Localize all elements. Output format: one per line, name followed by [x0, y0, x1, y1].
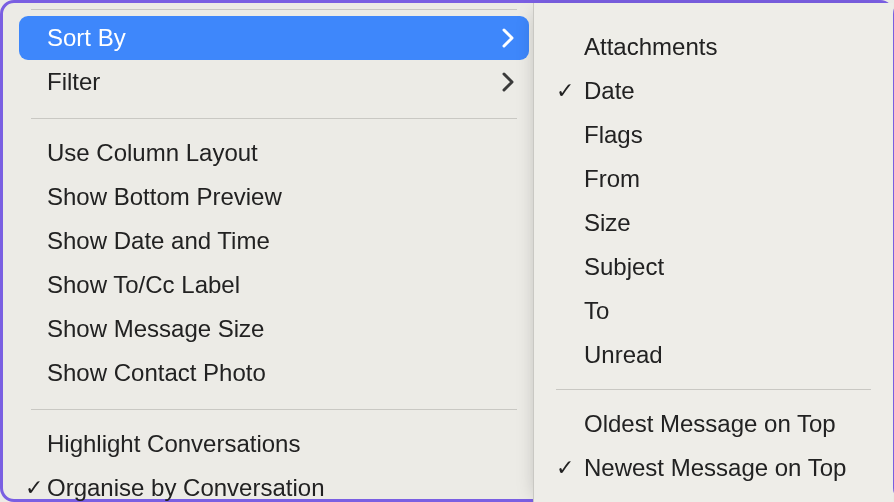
- menu-item-show-contact-photo[interactable]: Show Contact Photo: [19, 351, 529, 395]
- submenu-item-oldest-on-top[interactable]: Oldest Message on Top: [534, 402, 893, 446]
- menu-item-organise-by-conversation[interactable]: ✓ Organise by Conversation: [19, 466, 529, 502]
- menu-separator: [31, 118, 517, 119]
- menu-label: Sort By: [47, 24, 501, 52]
- menu-label: Show To/Cc Label: [47, 271, 515, 299]
- submenu-label: Date: [584, 77, 635, 105]
- menu-label: Show Date and Time: [47, 227, 515, 255]
- menu-label: Show Message Size: [47, 315, 515, 343]
- menu-item-show-message-size[interactable]: Show Message Size: [19, 307, 529, 351]
- menu-label: Use Column Layout: [47, 139, 515, 167]
- menu-separator: [31, 9, 517, 10]
- menu-label: Organise by Conversation: [47, 474, 515, 502]
- submenu-label: Oldest Message on Top: [584, 410, 836, 438]
- menu-label: Show Contact Photo: [47, 359, 515, 387]
- check-icon: ✓: [552, 457, 578, 479]
- menu-separator: [31, 409, 517, 410]
- submenu-item-flags[interactable]: Flags: [534, 113, 893, 157]
- menu-label: Show Bottom Preview: [47, 183, 515, 211]
- submenu-separator: [556, 389, 871, 390]
- submenu-label: Size: [584, 209, 631, 237]
- chevron-right-icon: [501, 27, 515, 49]
- menu-item-highlight-conversations[interactable]: Highlight Conversations: [19, 422, 529, 466]
- chevron-right-icon: [501, 71, 515, 93]
- sort-by-submenu: Attachments ✓ Date Flags From Size Subje…: [533, 3, 893, 502]
- submenu-item-attachments[interactable]: Attachments: [534, 25, 893, 69]
- submenu-item-to[interactable]: To: [534, 289, 893, 333]
- menu-label: Highlight Conversations: [47, 430, 515, 458]
- submenu-item-subject[interactable]: Subject: [534, 245, 893, 289]
- submenu-item-size[interactable]: Size: [534, 201, 893, 245]
- submenu-item-from[interactable]: From: [534, 157, 893, 201]
- menu-item-use-column-layout[interactable]: Use Column Layout: [19, 131, 529, 175]
- submenu-label: From: [584, 165, 640, 193]
- submenu-label: Flags: [584, 121, 643, 149]
- menu-item-show-tocc-label[interactable]: Show To/Cc Label: [19, 263, 529, 307]
- submenu-item-date[interactable]: ✓ Date: [534, 69, 893, 113]
- menu-item-show-date-time[interactable]: Show Date and Time: [19, 219, 529, 263]
- submenu-label: Unread: [584, 341, 663, 369]
- submenu-label: Subject: [584, 253, 664, 281]
- submenu-label: Newest Message on Top: [584, 454, 846, 482]
- submenu-label: To: [584, 297, 609, 325]
- menu-item-show-bottom-preview[interactable]: Show Bottom Preview: [19, 175, 529, 219]
- check-icon: ✓: [552, 80, 578, 102]
- submenu-item-unread[interactable]: Unread: [534, 333, 893, 377]
- submenu-label: Attachments: [584, 33, 717, 61]
- menu-item-filter[interactable]: Filter: [19, 60, 529, 104]
- menu-window: Sort By Filter Use Column Layout Show Bo…: [0, 0, 894, 502]
- check-icon: ✓: [23, 477, 45, 499]
- submenu-item-newest-on-top[interactable]: ✓ Newest Message on Top: [534, 446, 893, 490]
- menu-label: Filter: [47, 68, 501, 96]
- main-menu: Sort By Filter Use Column Layout Show Bo…: [19, 3, 529, 502]
- menu-item-sort-by[interactable]: Sort By: [19, 16, 529, 60]
